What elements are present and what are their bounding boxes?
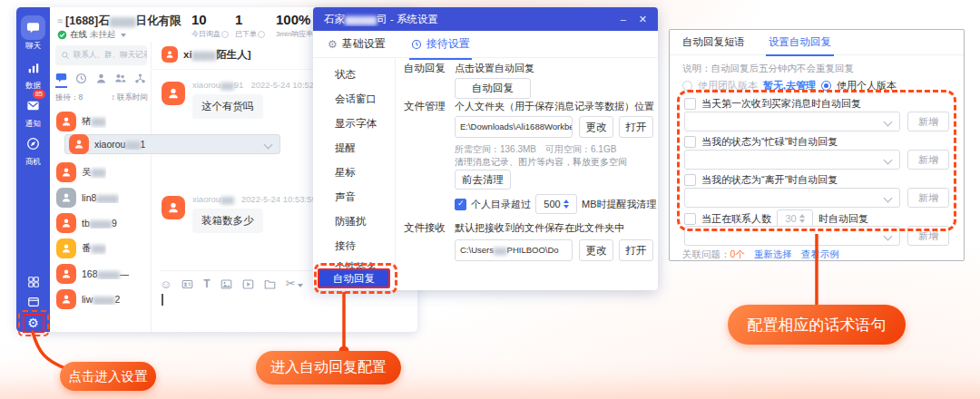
- personal-folder-path-input[interactable]: E:\Downloads\Ali1688Workben: [455, 116, 573, 138]
- window-icon[interactable]: [16, 296, 50, 308]
- auto-reply-note: 说明：自动回复后五分钟内不会重复回复: [682, 63, 854, 75]
- clean-desc: 清理消息记录、图片等内容，释放更多空间: [455, 156, 627, 169]
- peer-name: xi▆▆▆陌生人]: [183, 48, 250, 62]
- contact-count-stepper[interactable]: 30: [777, 209, 813, 228]
- busy-status-checkbox[interactable]: [684, 136, 696, 148]
- emoji-icon[interactable]: ☺: [160, 278, 172, 290]
- list-item[interactable]: 吴▆▆: [53, 160, 149, 185]
- dialog-titlebar: 石家▆▆▆▆司 - 系统设置 – ✕: [313, 7, 658, 31]
- tab-org-icon[interactable]: [134, 72, 146, 88]
- threshold-checkbox[interactable]: [455, 199, 466, 210]
- sidebar-item-notify[interactable]: 85 通知: [16, 93, 50, 130]
- add-reply-button[interactable]: 新增: [907, 150, 949, 170]
- font-icon[interactable]: T: [203, 278, 210, 289]
- go-clean-button[interactable]: 前去清理: [455, 170, 511, 190]
- list-item[interactable]: 猪▆▆: [53, 109, 149, 134]
- stepper-arrows-icon: [799, 214, 805, 223]
- file-manage-desc: 个人文件夹（用于保存消息记录等数据）位置: [455, 100, 654, 113]
- change-receive-folder-button[interactable]: 更改: [579, 239, 613, 261]
- open-folder-button[interactable]: 打开: [619, 116, 653, 138]
- threshold-stepper[interactable]: 500: [535, 194, 577, 214]
- menu-item-font[interactable]: 显示字体: [313, 114, 395, 132]
- sort-by-time[interactable]: ↕ 联系时间: [111, 92, 148, 103]
- cut-icon[interactable]: ✂: [286, 277, 303, 290]
- list-item[interactable]: tb▆▆▆9: [53, 210, 149, 236]
- contact-filter-tabs: [55, 72, 146, 88]
- menu-item-star[interactable]: 星标: [313, 163, 395, 181]
- list-item[interactable]: 番▆▆: [53, 236, 149, 261]
- compass-icon: [21, 131, 45, 156]
- away-status-checkbox[interactable]: [684, 174, 696, 186]
- text-cursor: [162, 294, 163, 306]
- menu-item-session-window[interactable]: 会话窗口: [313, 90, 395, 108]
- tab-recent-clock-icon[interactable]: [75, 72, 87, 88]
- sidebar-item-data[interactable]: 数据: [16, 55, 50, 92]
- menu-item-reception[interactable]: 接待: [313, 237, 395, 255]
- personal-version-label: 使用个人版本: [837, 79, 897, 92]
- tab-basic-settings[interactable]: ⚙ 基础设置: [328, 36, 386, 52]
- manage-link[interactable]: 暂无,去管理: [763, 79, 816, 92]
- open-receive-folder-button[interactable]: 打开: [619, 239, 653, 261]
- tab-set-auto-reply[interactable]: 设置自动回复: [769, 35, 831, 49]
- receive-folder-path-input[interactable]: C:\Users▆▆PHILBOO\Do: [455, 239, 573, 261]
- tab-reply-phrases[interactable]: 自动回复短语: [682, 35, 745, 49]
- minimize-button[interactable]: –: [621, 14, 626, 24]
- shop-name: ≈ [1688]石▆▆▆日化有限: [57, 14, 181, 29]
- search-placeholder: 联系人、群、聊天记录: [74, 50, 147, 61]
- search-input[interactable]: 联系人、群、聊天记录: [55, 45, 147, 65]
- message-bubble: 这个有货吗: [192, 94, 263, 119]
- message: xiaorou▆▆2022-5-24 10:53:59 装箱数多少: [156, 194, 317, 233]
- reply-condition-row: 当正在联系人数 30 时自动回复: [684, 209, 868, 228]
- reply-panel-tabs: 自动回复短语 设置自动回复: [670, 30, 964, 55]
- list-item[interactable]: liw▆▆▆2: [53, 287, 149, 312]
- video-icon[interactable]: [242, 278, 254, 290]
- contact-card-icon[interactable]: [181, 278, 193, 290]
- first-message-reply-select[interactable]: [684, 112, 900, 131]
- view-example-link[interactable]: 查看示例: [801, 248, 839, 261]
- add-reply-button[interactable]: 新增: [907, 112, 949, 131]
- personal-version-radio[interactable]: [821, 81, 831, 91]
- stat-inquiries: 10 今日询盘: [191, 12, 237, 39]
- contact-count-checkbox[interactable]: [684, 213, 696, 225]
- apps-grid-icon[interactable]: [16, 276, 50, 288]
- auto-reply-button[interactable]: 自动回复: [455, 78, 531, 99]
- sidebar-item-biz[interactable]: 商机: [16, 131, 50, 168]
- menu-item-remind[interactable]: 提醒: [313, 139, 395, 157]
- tab-reception-settings[interactable]: 接待设置: [411, 36, 470, 52]
- clean-threshold-row: 个人目录超过 500 MB时提醒我清理: [455, 194, 657, 214]
- avatar: [162, 46, 178, 63]
- status-row[interactable]: 在线 未挂起: [57, 29, 126, 41]
- image-icon[interactable]: [220, 278, 232, 290]
- add-reply-button[interactable]: 新增: [907, 226, 949, 246]
- menu-item-status[interactable]: 状态: [313, 65, 395, 83]
- sidebar-item-label: 聊天: [16, 41, 50, 52]
- first-message-checkbox[interactable]: [684, 98, 696, 110]
- reselect-link[interactable]: 重新选择: [754, 248, 792, 261]
- sidebar: 聊天 数据 85 通知 商机 ⚙: [16, 7, 50, 332]
- menu-item-sound[interactable]: 声音: [313, 188, 395, 206]
- avatar: [162, 82, 185, 105]
- related-questions-label: 关联问题：: [682, 248, 730, 259]
- add-reply-button[interactable]: 新增: [907, 188, 949, 208]
- folder-icon[interactable]: [264, 278, 276, 290]
- change-folder-button[interactable]: 更改: [579, 116, 613, 138]
- away-status-reply-select[interactable]: [684, 188, 900, 208]
- team-version-radio[interactable]: [682, 81, 692, 91]
- tab-contacts-person-icon[interactable]: [95, 72, 107, 88]
- tab-groups-people-icon[interactable]: [114, 72, 126, 88]
- close-button[interactable]: ✕: [639, 14, 647, 25]
- tab-chats-icon[interactable]: [55, 72, 67, 88]
- reply-condition-row: 当我的状态为“离开”时自动回复: [684, 173, 838, 187]
- related-questions-count: 0个: [730, 248, 745, 259]
- reply-panel-footer: 关联问题：0个 重新选择 查看示例: [682, 248, 839, 261]
- contact-count-reply-select[interactable]: [684, 226, 900, 246]
- contact-list-panel: 联系人、群、聊天记录 接待：8 ↕ 联系时间 猪▆▆ xiaorou▆▆1 吴▆…: [50, 42, 152, 332]
- sidebar-item-chat[interactable]: 聊天: [16, 15, 50, 52]
- avatar: [69, 134, 89, 154]
- list-item[interactable]: 168▆▆▆—: [53, 261, 149, 287]
- menu-item-anti-harass[interactable]: 防骚扰: [313, 212, 395, 230]
- list-item[interactable]: lin8▆▆▆: [53, 185, 149, 210]
- callout-enter-auto-reply: 进入自动回复配置: [256, 351, 401, 384]
- busy-status-reply-select[interactable]: [684, 150, 900, 170]
- stat-orders: 1 已下单: [235, 12, 280, 39]
